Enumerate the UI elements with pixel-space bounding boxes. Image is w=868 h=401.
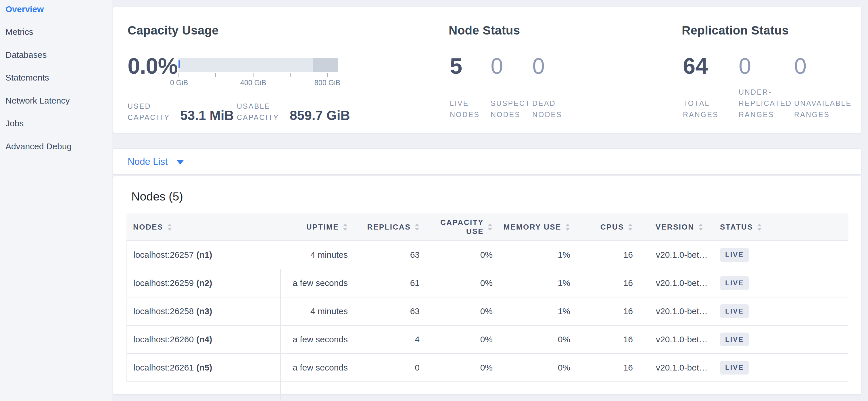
cpus-cell: 16	[570, 241, 633, 269]
under-replicated-value: 0	[739, 53, 751, 79]
node-address: localhost:26258	[133, 306, 194, 316]
version-cell: v20.1.0-bet…	[656, 241, 728, 269]
sidebar-item-overview[interactable]: Overview	[5, 3, 44, 15]
status-badge: LIVE	[720, 333, 749, 346]
status-badge: LIVE	[720, 304, 749, 318]
status-cell: LIVE	[720, 354, 847, 381]
column-header-uptime[interactable]: UPTIME	[280, 213, 347, 240]
live-nodes-stat: 5 LIVE NODES	[450, 7, 488, 133]
capacity-use-cell: 0%	[420, 297, 493, 325]
dead-nodes-stat: 0 DEAD NODES	[532, 7, 576, 133]
status-cell: LIVE	[720, 297, 847, 325]
column-header-version[interactable]: VERSION	[656, 213, 727, 240]
axis-label-400gib: 400 GiB	[240, 79, 266, 87]
under-replicated-ranges-stat: 0 UNDER-REPLICATED RANGES	[739, 7, 795, 133]
node-address-link[interactable]: localhost:26259 (n2)	[127, 269, 280, 297]
replicas-cell: 63	[348, 297, 420, 325]
table-row[interactable]: localhost:26261 (n5) a few seconds 0 0% …	[127, 354, 848, 382]
node-id: (n5)	[196, 363, 212, 373]
table-row[interactable]: localhost:26259 (n2) a few seconds 61 0%…	[127, 269, 848, 297]
status-badge: LIVE	[720, 248, 749, 262]
total-ranges-label: TOTAL RANGES	[683, 98, 736, 120]
cpus-cell: 16	[570, 297, 633, 325]
memory-use-cell: 0%	[493, 326, 570, 353]
node-id: (n1)	[196, 250, 212, 260]
dead-nodes-value: 0	[532, 53, 545, 79]
node-id: (n4)	[196, 335, 212, 344]
uptime-cell: a few seconds	[280, 354, 348, 381]
total-ranges-stat: 64 TOTAL RANGES	[683, 7, 736, 133]
column-header-replicas[interactable]: REPLICAS	[347, 213, 419, 240]
axis-tick	[215, 73, 216, 77]
nodes-section-title: Nodes (5)	[131, 190, 183, 203]
capacity-used-percent: 0.0%	[128, 53, 178, 79]
table-row[interactable]: localhost:26260 (n4) a few seconds 4 0% …	[127, 326, 848, 354]
dead-nodes-label: DEAD NODES	[532, 98, 576, 120]
memory-use-cell: 1%	[493, 269, 570, 297]
sort-icon	[757, 224, 762, 231]
node-address-link[interactable]: localhost:26258 (n3)	[127, 297, 280, 325]
column-header-label: CAPACITY USE	[433, 218, 484, 236]
sidebar-item-databases[interactable]: Databases	[5, 49, 46, 61]
capacity-bar-used-indicator	[179, 60, 180, 68]
column-header-cpus[interactable]: CPUS	[570, 213, 632, 240]
capacity-bar-reserved-segment	[313, 58, 338, 72]
column-header-label: STATUS	[720, 223, 753, 232]
nodes-table-card: Nodes (5) NODES UPTIME REPLICAS CAPACITY…	[113, 176, 861, 395]
status-cell: LIVE	[720, 326, 847, 353]
status-badge: LIVE	[720, 276, 749, 290]
axis-label-0gib: 0 GiB	[170, 79, 188, 87]
unavailable-ranges-value: 0	[794, 53, 806, 79]
node-id: (n3)	[196, 306, 212, 316]
memory-use-cell: 0%	[493, 354, 570, 381]
version-cell: v20.1.0-bet…	[656, 354, 728, 381]
usable-capacity-label: USABLE CAPACITY	[237, 101, 290, 123]
axis-tick	[253, 73, 253, 77]
view-selector-card: Node List	[113, 148, 861, 175]
sidebar-item-jobs[interactable]: Jobs	[5, 118, 24, 129]
replicas-cell: 61	[348, 269, 420, 297]
sort-icon	[565, 224, 570, 231]
column-header-label: REPLICAS	[367, 223, 411, 232]
cpus-cell: 16	[570, 326, 633, 353]
replicas-cell: 63	[348, 241, 420, 269]
sidebar-nav: Overview Metrics Databases Statements Ne…	[0, 0, 112, 401]
live-nodes-value: 5	[450, 53, 462, 79]
suspect-nodes-stat: 0 SUSPECT NODES	[491, 7, 531, 133]
node-list-dropdown[interactable]: Node List	[128, 149, 184, 174]
node-address: localhost:26261	[133, 363, 194, 373]
column-header-label: VERSION	[656, 223, 694, 232]
uptime-cell: 4 minutes	[280, 297, 348, 325]
sidebar-item-statements[interactable]: Statements	[5, 72, 49, 83]
node-address-link[interactable]: localhost:26260 (n4)	[127, 326, 280, 353]
version-cell: v20.1.0-bet…	[656, 326, 728, 353]
table-row[interactable]: localhost:26257 (n1) 4 minutes 63 0% 1% …	[127, 241, 848, 269]
sort-icon	[699, 224, 703, 231]
column-header-memory-use[interactable]: MEMORY USE	[492, 213, 570, 240]
column-header-status[interactable]: STATUS	[720, 213, 846, 240]
sort-icon	[628, 224, 632, 231]
node-address-link[interactable]: localhost:26261 (n5)	[127, 354, 280, 381]
column-header-capacity-use[interactable]: CAPACITY USE	[419, 213, 492, 240]
axis-tick	[290, 73, 290, 77]
sort-icon	[167, 224, 172, 231]
nodes-table-body: localhost:26257 (n1) 4 minutes 63 0% 1% …	[126, 241, 848, 382]
sidebar-item-advanced-debug[interactable]: Advanced Debug	[5, 141, 71, 152]
table-row[interactable]: localhost:26258 (n3) 4 minutes 63 0% 1% …	[127, 297, 848, 326]
usable-capacity-value: 859.7 GiB	[290, 108, 350, 123]
capacity-usage-title: Capacity Usage	[128, 24, 219, 37]
unavailable-ranges-label: UNAVAILABLE RANGES	[794, 98, 862, 120]
column-header-label: NODES	[133, 223, 163, 232]
capacity-usage-bar-chart	[179, 58, 338, 72]
node-list-dropdown-label: Node List	[128, 156, 167, 167]
cpus-cell: 16	[570, 269, 633, 297]
cluster-summary-card: Capacity Usage 0.0% 0 GiB 400 GiB 800 Gi…	[113, 7, 861, 133]
nodes-table-header: NODES UPTIME REPLICAS CAPACITY USE MEMOR…	[126, 213, 848, 241]
sidebar-item-metrics[interactable]: Metrics	[5, 26, 33, 38]
column-header-nodes[interactable]: NODES	[126, 213, 280, 240]
node-address-link[interactable]: localhost:26257 (n1)	[127, 241, 280, 269]
memory-use-cell: 1%	[493, 241, 570, 269]
status-cell: LIVE	[720, 241, 847, 269]
node-id: (n2)	[196, 278, 212, 288]
sidebar-item-network-latency[interactable]: Network Latency	[5, 95, 69, 107]
